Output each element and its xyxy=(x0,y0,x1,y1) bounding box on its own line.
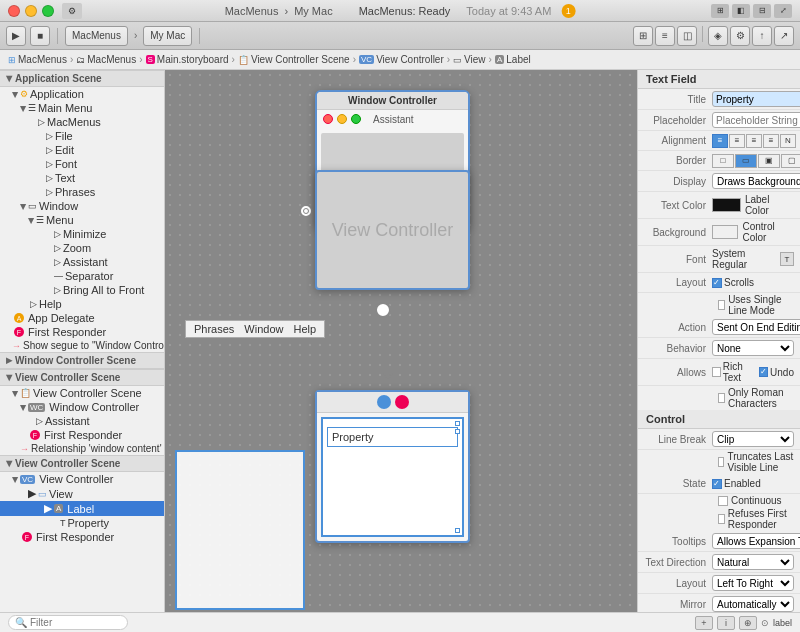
bc-view[interactable]: ▭ View xyxy=(453,54,486,65)
bottom-zoom-button[interactable]: ⊕ xyxy=(739,616,757,630)
bc-vc-scene[interactable]: 📋 View Controller Scene xyxy=(238,54,350,65)
behavior-select[interactable]: None xyxy=(712,340,794,356)
sidebar-item-assistant-2[interactable]: ▷ Assistant xyxy=(0,414,164,428)
vc-textfield[interactable]: Property xyxy=(327,427,458,447)
bc-macmenus-2[interactable]: 🗂 MacMenus xyxy=(76,54,136,65)
filter-input[interactable] xyxy=(30,617,110,628)
border-bezel-button[interactable]: ▣ xyxy=(758,154,780,168)
sidebar-item-segue-1[interactable]: → Show segue to "Window Controller" xyxy=(0,339,164,352)
fullscreen-icon[interactable]: ⤢ xyxy=(774,4,792,18)
bc-vc[interactable]: VC View Controller xyxy=(359,54,444,65)
sidebar-item-property[interactable]: T Property xyxy=(0,516,164,530)
sidebar-item-first-responder-1[interactable]: F First Responder xyxy=(0,325,164,339)
destination-selector[interactable]: My Mac xyxy=(143,26,192,46)
sidebar-item-vc-2[interactable]: ▶ VC View Controller xyxy=(0,472,164,486)
sidebar-item-wc[interactable]: ▶ WC Window Controller xyxy=(0,400,164,414)
scrolls-checkbox[interactable] xyxy=(712,278,722,288)
bc-macmenus-1[interactable]: ⊞ MacMenus xyxy=(8,54,67,65)
toolbar-icon-3[interactable]: ◫ xyxy=(677,26,697,46)
bc-storyboard[interactable]: S Main.storyboard xyxy=(146,54,229,65)
align-justify-button[interactable]: ≡ xyxy=(763,134,779,148)
border-line-button[interactable]: ▭ xyxy=(735,154,757,168)
placeholder-input[interactable] xyxy=(712,112,800,128)
bottom-info-button[interactable]: i xyxy=(717,616,735,630)
tooltips-select[interactable]: Allows Expansion Tooltips xyxy=(712,533,800,549)
sidebar-item-text[interactable]: ▷ Text xyxy=(0,171,164,185)
bottom-add-button[interactable]: + xyxy=(695,616,713,630)
sidebar-item-separator[interactable]: — Separator xyxy=(0,269,164,283)
bg-color-swatch[interactable] xyxy=(712,225,738,239)
sidebar-item-file[interactable]: ▷ File xyxy=(0,129,164,143)
sidebar-item-bring-all[interactable]: ▷ Bring All to Front xyxy=(0,283,164,297)
sidebar-item-macmenus[interactable]: ▷ MacMenus xyxy=(0,115,164,129)
undo-checkbox[interactable] xyxy=(759,367,768,377)
line-break-select[interactable]: Clip xyxy=(712,431,794,447)
view-toggle-icon[interactable]: ⊞ xyxy=(711,4,729,18)
sidebar-item-mainmenu[interactable]: ▶ ☰ Main Menu xyxy=(0,101,164,115)
sidebar-item-menu[interactable]: ▶ ☰ Menu xyxy=(0,213,164,227)
toolbar-icon-6[interactable]: ↑ xyxy=(752,26,772,46)
align-natural-button[interactable]: N xyxy=(780,134,796,148)
sidebar-item-first-responder-3[interactable]: F First Responder xyxy=(0,530,164,544)
sidebar-item-zoom[interactable]: ▷ Zoom xyxy=(0,241,164,255)
title-input[interactable] xyxy=(712,91,800,107)
sidebar-item-relationship[interactable]: → Relationship 'window content' to '...' xyxy=(0,442,164,455)
toolbar-icon-5[interactable]: ⚙ xyxy=(730,26,750,46)
sidebar-item-app-delegate[interactable]: A App Delegate xyxy=(0,311,164,325)
sidebar-item-assistant[interactable]: ▷ Assistant xyxy=(0,255,164,269)
sidebar-item-help[interactable]: ▷ Help xyxy=(0,297,164,311)
rich-text-checkbox[interactable] xyxy=(712,367,721,377)
vc-lower-box[interactable]: Property xyxy=(315,390,470,543)
traffic-lights[interactable] xyxy=(8,5,54,17)
toolbar-separator-2 xyxy=(199,28,200,44)
phrases-icon: ▷ xyxy=(46,187,53,197)
separator-icon: — xyxy=(54,271,63,281)
text-dir-select[interactable]: Natural xyxy=(712,554,794,570)
display-select[interactable]: Draws Background xyxy=(712,173,800,189)
continuous-checkbox[interactable] xyxy=(718,496,728,506)
enabled-checkbox[interactable] xyxy=(712,479,722,489)
scheme-selector[interactable]: MacMenus xyxy=(65,26,128,46)
sidebar-item-font[interactable]: ▷ Font xyxy=(0,157,164,171)
toolbar-icon-4[interactable]: ◈ xyxy=(708,26,728,46)
split-icon[interactable]: ⊟ xyxy=(753,4,771,18)
toolbar-icon-7[interactable]: ↗ xyxy=(774,26,794,46)
canvas-area[interactable]: Phrases Window Help Window Controller xyxy=(165,70,637,612)
minimize-button[interactable] xyxy=(25,5,37,17)
text-color-swatch[interactable] xyxy=(712,198,741,212)
play-button[interactable]: ▶ xyxy=(6,26,26,46)
sidebar-item-minimize[interactable]: ▷ Minimize xyxy=(0,227,164,241)
stop-button[interactable]: ■ xyxy=(30,26,50,46)
sidebar-item-application[interactable]: ▶ ⚙ Application xyxy=(0,87,164,101)
truncates-checkbox[interactable] xyxy=(718,457,724,467)
sidebar-item-window[interactable]: ▶ ▭ Window xyxy=(0,199,164,213)
view-controller-box-upper[interactable]: View Controller xyxy=(315,170,470,290)
roman-checkbox[interactable] xyxy=(718,393,725,403)
close-button[interactable] xyxy=(8,5,20,17)
align-right-button[interactable]: ≡ xyxy=(746,134,762,148)
sidebar-item-label[interactable]: ▶ A Label xyxy=(0,501,164,516)
bc-label[interactable]: A Label xyxy=(495,54,531,65)
layout2-select[interactable]: Left To Right xyxy=(712,575,794,591)
maximize-button[interactable] xyxy=(42,5,54,17)
mirror-select[interactable]: Automatically xyxy=(712,596,794,612)
border-none-button[interactable]: □ xyxy=(712,154,734,168)
align-center-button[interactable]: ≡ xyxy=(729,134,745,148)
rp-text-field-header: Text Field xyxy=(638,70,800,89)
vc-lower-toolbar xyxy=(317,392,468,413)
rp-row-layout2: Layout Left To Right xyxy=(638,573,800,594)
sidebar-item-view[interactable]: ▶ ▭ View xyxy=(0,486,164,501)
layout-icon[interactable]: ◧ xyxy=(732,4,750,18)
refuses-checkbox[interactable] xyxy=(718,514,725,524)
border-rounded-button[interactable]: ▢ xyxy=(781,154,800,168)
toolbar-icon-2[interactable]: ≡ xyxy=(655,26,675,46)
sidebar-item-first-responder-2[interactable]: F First Responder xyxy=(0,428,164,442)
action-select[interactable]: Sent On End Editing xyxy=(712,319,800,335)
sidebar-item-vc-scene[interactable]: ▶ 📋 View Controller Scene xyxy=(0,386,164,400)
align-left-button[interactable]: ≡ xyxy=(712,134,728,148)
single-line-checkbox[interactable] xyxy=(718,300,725,310)
font-picker-button[interactable]: T xyxy=(780,252,794,266)
sidebar-item-edit[interactable]: ▷ Edit xyxy=(0,143,164,157)
sidebar-item-phrases[interactable]: ▷ Phrases xyxy=(0,185,164,199)
toolbar-icon-1[interactable]: ⊞ xyxy=(633,26,653,46)
